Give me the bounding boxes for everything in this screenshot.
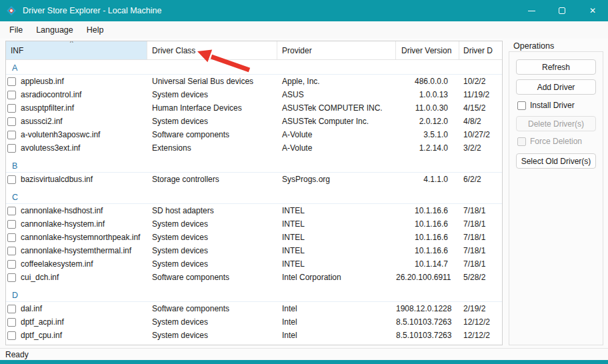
row-checkbox[interactable]: [7, 131, 16, 139]
menu-item-file[interactable]: File: [3, 23, 29, 37]
menu-bar: File Language Help: [0, 21, 608, 39]
column-header-provider[interactable]: Provider: [277, 41, 396, 59]
cell-driver-version: 26.20.100.6911: [396, 273, 459, 282]
row-checkbox-cell: [6, 273, 21, 282]
cell-inf: a-volutenh3aposwc.inf: [21, 130, 147, 139]
cell-driver-version: 8.5.10103.7263: [396, 317, 459, 327]
cell-inf: cannonlake-hsystemnorthpeak.inf: [21, 233, 147, 242]
column-header-driver-version[interactable]: Driver Version: [396, 41, 459, 59]
row-checkbox-cell: [6, 131, 21, 139]
select-old-drivers-button[interactable]: Select Old Driver(s): [516, 153, 596, 169]
row-checkbox-cell: [6, 305, 21, 313]
row-checkbox[interactable]: [7, 104, 16, 113]
cell-driver-version: 2.0.12.0: [396, 117, 459, 126]
cell-driver-date: 12/12/2: [459, 331, 502, 340]
row-checkbox[interactable]: [7, 117, 16, 126]
table-row[interactable]: asussci2.infSystem devicesASUSTek Comput…: [6, 115, 502, 128]
cell-inf: dptf_acpi.inf: [21, 317, 147, 327]
cell-driver-class: Storage controllers: [147, 175, 277, 184]
cell-driver-date: 2/19/2: [459, 304, 502, 313]
table-row[interactable]: dal.infSoftware componentsIntel1908.12.0…: [6, 302, 502, 315]
cell-driver-class: System devices: [147, 90, 277, 99]
row-checkbox[interactable]: [7, 273, 16, 282]
row-checkbox[interactable]: [7, 260, 16, 269]
table-row[interactable]: asradiocontrol.infSystem devicesASUS1.0.…: [6, 88, 502, 101]
cell-provider: Apple, Inc.: [277, 77, 396, 86]
cell-inf: dptf_cpu.inf: [21, 331, 147, 340]
cell-driver-version: 3.5.1.0: [396, 130, 459, 139]
column-header-driver-date[interactable]: Driver D: [459, 41, 502, 59]
table-row[interactable]: coffeelakesystem.infSystem devicesINTEL1…: [6, 257, 502, 271]
group-letter: C: [12, 193, 18, 202]
maximize-icon: [559, 7, 565, 14]
cell-provider: Intel: [277, 317, 396, 327]
column-header-inf[interactable]: ^ INF: [6, 41, 147, 59]
minimize-button[interactable]: [516, 0, 547, 21]
row-checkbox[interactable]: [7, 247, 16, 255]
title-bar: Driver Store Explorer - Local Machine ✕: [0, 0, 608, 21]
cell-driver-class: System devices: [147, 246, 277, 255]
cell-inf: coffeelakesystem.inf: [21, 259, 147, 269]
table-row[interactable]: a-volutenh3aposwc.infSoftware components…: [6, 128, 502, 141]
table-row[interactable]: cannonlake-hsystem.infSystem devicesINTE…: [6, 217, 502, 231]
content-area: ^ INF Driver Class Provider Driver Versi…: [0, 39, 608, 348]
cell-driver-date: 7/18/1: [459, 233, 502, 242]
column-header-driver-class[interactable]: Driver Class: [147, 41, 277, 59]
table-row[interactable]: bazisvirtualcdbus.infStorage controllers…: [6, 173, 502, 186]
cell-driver-class: Extensions: [147, 143, 277, 153]
force-deletion-label: Force Deletion: [530, 137, 582, 146]
cell-driver-date: 11/19/2: [459, 90, 502, 99]
force-deletion-checkbox[interactable]: Force Deletion: [517, 137, 603, 146]
row-checkbox-cell: [6, 91, 21, 99]
maximize-button[interactable]: [547, 0, 577, 21]
table-row[interactable]: appleusb.infUniversal Serial Bus devices…: [6, 75, 502, 88]
cell-driver-date: 7/18/1: [459, 206, 502, 215]
row-checkbox[interactable]: [7, 207, 16, 215]
table-row[interactable]: cannonlake-hsystemnorthpeak.infSystem de…: [6, 231, 502, 244]
row-checkbox[interactable]: [7, 331, 16, 340]
cell-provider: INTEL: [277, 259, 396, 269]
cell-driver-class: Software components: [147, 304, 277, 313]
row-checkbox[interactable]: [7, 305, 16, 313]
row-checkbox[interactable]: [7, 318, 16, 327]
cell-inf: dal.inf: [21, 304, 147, 313]
operations-title: Operations: [509, 39, 603, 51]
row-checkbox-cell: [6, 220, 21, 229]
table-row[interactable]: cannonlake-hsystemthermal.infSystem devi…: [6, 244, 502, 257]
menu-item-language[interactable]: Language: [29, 23, 80, 37]
cell-inf: bazisvirtualcdbus.inf: [21, 175, 147, 184]
row-checkbox[interactable]: [7, 233, 16, 242]
row-checkbox[interactable]: [7, 220, 16, 229]
refresh-button[interactable]: Refresh: [516, 59, 596, 75]
row-checkbox-cell: [6, 207, 21, 215]
cell-inf: appleusb.inf: [21, 77, 147, 86]
cell-driver-date: 7/18/1: [459, 246, 502, 255]
table-row[interactable]: cui_dch.infSoftware componentsIntel Corp…: [6, 271, 502, 284]
checkbox-icon: [517, 101, 526, 110]
table-row[interactable]: asusptpfilter.infHuman Interface Devices…: [6, 101, 502, 115]
cell-driver-class: System devices: [147, 233, 277, 242]
close-button[interactable]: ✕: [577, 0, 608, 21]
row-checkbox[interactable]: [7, 91, 16, 99]
cell-inf: cannonlake-hsystemthermal.inf: [21, 246, 147, 255]
status-bar: Ready: [0, 348, 608, 360]
column-label-provider: Provider: [282, 46, 312, 55]
table-row[interactable]: dptf_acpi.infSystem devicesIntel8.5.1010…: [6, 315, 502, 329]
row-checkbox[interactable]: [7, 175, 16, 184]
row-checkbox[interactable]: [7, 144, 16, 153]
cell-inf: asussci2.inf: [21, 117, 147, 126]
table-row[interactable]: dptf_cpu.infSystem devicesIntel8.5.10103…: [6, 329, 502, 342]
row-checkbox[interactable]: [7, 77, 16, 86]
menu-item-help[interactable]: Help: [80, 23, 111, 37]
table-row[interactable]: avolutess3ext.infExtensionsA-Volute1.2.1…: [6, 141, 502, 155]
column-label-driver-class: Driver Class: [152, 46, 195, 55]
delete-drivers-button[interactable]: Delete Driver(s): [516, 116, 596, 131]
cell-provider: ASUSTek Computer Inc.: [277, 117, 396, 126]
cell-driver-class: Software components: [147, 130, 277, 139]
row-checkbox-cell: [6, 117, 21, 126]
install-driver-checkbox[interactable]: Install Driver: [517, 101, 603, 110]
row-checkbox-cell: [6, 318, 21, 327]
cell-driver-date: 10/27/2: [459, 130, 502, 139]
table-row[interactable]: cannonlake-hsdhost.infSD host adaptersIN…: [6, 204, 502, 217]
add-driver-button[interactable]: Add Driver: [516, 79, 596, 95]
